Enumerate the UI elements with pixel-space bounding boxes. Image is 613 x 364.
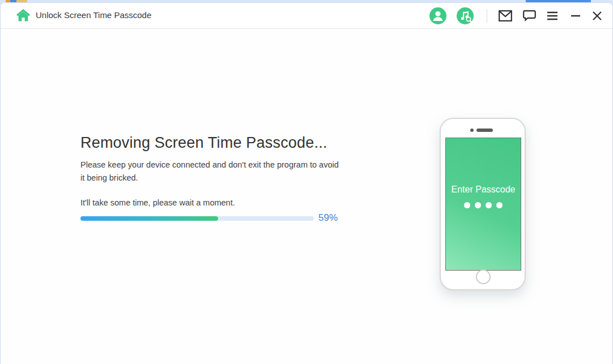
enter-passcode-label: Enter Passcode [446, 185, 521, 195]
passcode-dots [446, 202, 521, 208]
menu-icon[interactable] [544, 7, 561, 24]
phone-screen: Enter Passcode [445, 138, 521, 271]
passcode-dot [475, 202, 481, 208]
wait-text: It'll take some time, please wait a mome… [80, 198, 235, 207]
warning-text: Please keep your device connected and do… [80, 159, 341, 185]
feedback-icon[interactable] [521, 7, 538, 24]
music-search-icon[interactable] [457, 7, 474, 24]
progress-fill [80, 216, 218, 221]
phone-home-button [476, 269, 491, 284]
phone-camera-dot [470, 129, 474, 132]
page-title: Unlock Screen Time Passcode [36, 10, 151, 20]
minimize-icon[interactable] [567, 7, 584, 24]
progress-bar [80, 216, 314, 221]
passcode-dot [464, 202, 470, 208]
home-icon[interactable] [16, 8, 31, 23]
main-content: Removing Screen Time Passcode... Please … [1, 29, 612, 364]
passcode-dot [486, 202, 492, 208]
passcode-dot [496, 202, 503, 208]
phone-speaker-bar [476, 129, 493, 132]
page-heading: Removing Screen Time Passcode... [80, 134, 327, 152]
close-icon[interactable] [589, 7, 606, 24]
phone-illustration: Enter Passcode [440, 118, 526, 290]
mail-icon[interactable] [497, 7, 514, 24]
progress-percent: 59% [318, 212, 338, 224]
app-window: Unlock Screen Time Passcode [0, 2, 613, 364]
account-icon[interactable] [429, 7, 446, 24]
titlebar: Unlock Screen Time Passcode [1, 3, 612, 29]
titlebar-divider [487, 9, 487, 23]
